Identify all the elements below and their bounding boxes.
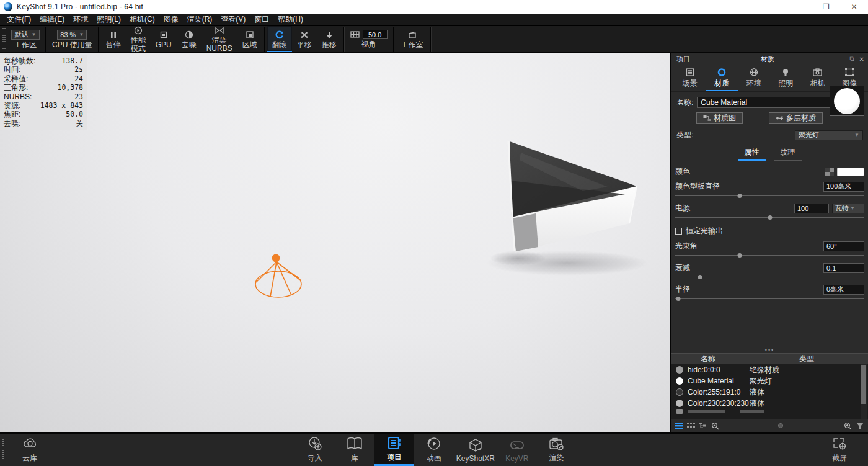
template-diameter-slider[interactable] (675, 193, 864, 199)
dock-item-screenshot[interactable]: 截屏 (820, 434, 859, 466)
dock-item-animation[interactable]: 动画 (414, 434, 454, 466)
3d-viewport[interactable]: 每秒帧数:138.7 时间:2s 采样值:24 三角形:10,378 NURBS… (0, 53, 671, 432)
falloff-field[interactable]: 0.1 (823, 263, 864, 273)
bottom-dock: 云库 导入 库 项目 动画 KeyShotXR (0, 432, 868, 466)
dolly-button[interactable]: 推移 (317, 26, 342, 52)
power-unit-select[interactable]: 瓦特▼ (832, 204, 864, 213)
menu-file[interactable]: 文件(F) (2, 13, 35, 26)
render-stats-overlay: 每秒帧数:138.7 时间:2s 采样值:24 三角形:10,378 NURBS… (0, 55, 87, 130)
beam-angle-field[interactable]: 60° (823, 241, 864, 251)
workspace-select[interactable]: 默认▼ (11, 30, 40, 40)
library-icon (346, 436, 363, 451)
beam-angle-slider[interactable] (675, 253, 864, 258)
dock-item-keyvr[interactable]: KeyVR (497, 434, 537, 466)
studio-button[interactable]: 工作室 (396, 26, 428, 52)
constant-output-checkbox[interactable] (675, 228, 682, 235)
list-scrollbar[interactable] (861, 364, 867, 419)
power-slider[interactable] (675, 215, 864, 220)
chevron-down-icon: ▼ (854, 132, 859, 138)
panel-splitter[interactable]: ••• (671, 347, 868, 353)
prism-model[interactable] (508, 141, 637, 253)
close-button[interactable]: ✕ (840, 0, 868, 14)
denoise-button[interactable]: 去噪 (177, 26, 202, 52)
dock-item-import[interactable]: 导入 (295, 434, 335, 466)
stat-time: 时间:2s (4, 65, 83, 74)
radius-field[interactable]: 0毫米 (823, 285, 864, 295)
dock-item-render[interactable]: 渲染 (537, 434, 577, 466)
tree-view-icon[interactable] (699, 422, 707, 429)
tab-lighting[interactable]: 照明 (770, 66, 802, 91)
float-panel-icon[interactable]: ⧉ (849, 55, 854, 63)
pause-button[interactable]: 暂停 (101, 26, 126, 52)
dock-item-keyshotxr[interactable]: KeyShotXR (454, 434, 497, 466)
menu-camera[interactable]: 相机(C) (125, 13, 159, 26)
falloff-slider[interactable] (675, 274, 864, 280)
spotlight-gizmo[interactable] (255, 254, 301, 298)
material-preview[interactable] (830, 86, 864, 116)
dock-drag-handle[interactable] (2, 439, 4, 460)
table-row[interactable]: hide:0:0:0 绝缘材质 (671, 364, 868, 375)
table-row[interactable]: Cube Material 聚光灯 (671, 375, 868, 387)
dock-item-cloud-library[interactable]: 云库 (10, 434, 50, 466)
region-button[interactable]: 区域 (237, 26, 262, 52)
color-swatch[interactable] (837, 168, 864, 176)
material-type-select[interactable]: 聚光灯▼ (795, 130, 863, 140)
keyvr-icon (508, 437, 526, 452)
filter-icon[interactable] (856, 422, 864, 430)
tab-material[interactable]: 材质 (706, 66, 738, 91)
menu-help[interactable]: 帮助(H) (273, 13, 308, 26)
toolbar-drag-handle[interactable] (2, 28, 6, 50)
tab-scene[interactable]: 场景 (674, 66, 706, 91)
menu-render[interactable]: 渲染(R) (183, 13, 217, 26)
slider-thumb[interactable] (778, 423, 783, 428)
radius-row: 半径 0毫米 (671, 284, 868, 295)
tab-environment[interactable]: 环境 (738, 66, 770, 91)
render-nurbs-button[interactable]: 渲染NURBS (202, 26, 237, 52)
column-header-name[interactable]: 名称 (671, 354, 745, 364)
menu-image[interactable]: 图像 (159, 13, 183, 26)
table-row[interactable]: Color:230:230:230 液体 (671, 398, 868, 409)
scrollbar-thumb[interactable] (861, 365, 866, 404)
image-icon (844, 68, 854, 77)
checker-icon[interactable] (825, 168, 834, 176)
table-row[interactable]: Color:255:191:0 液体 (671, 387, 868, 398)
column-header-type[interactable]: 类型 (745, 354, 868, 364)
dock-item-library[interactable]: 库 (335, 434, 374, 466)
performance-mode-button[interactable]: 性能模式 (126, 26, 151, 52)
pan-button[interactable]: 平移 (292, 26, 317, 52)
menu-environment[interactable]: 环境 (69, 13, 92, 26)
cpu-usage-select[interactable]: 83 %▼ (57, 30, 87, 40)
menu-view[interactable]: 查看(V) (216, 13, 250, 26)
close-panel-icon[interactable]: ✕ (859, 56, 864, 63)
power-field[interactable]: 100 (794, 204, 829, 213)
tab-textures[interactable]: 纹理 (774, 146, 802, 161)
tab-properties[interactable]: 属性 (738, 146, 766, 161)
zoom-out-icon[interactable] (711, 422, 719, 430)
multilayer-material-button[interactable]: 多层材质 (769, 112, 823, 124)
fov-field[interactable]: 50.0 (363, 30, 388, 39)
dock-item-project[interactable]: 项目 (374, 434, 414, 466)
tab-camera[interactable]: 相机 (802, 66, 834, 91)
grid-view-icon[interactable] (687, 422, 695, 429)
zoom-in-icon[interactable] (844, 422, 852, 430)
radius-slider[interactable] (675, 296, 864, 302)
menu-window[interactable]: 窗口 (250, 13, 273, 26)
stat-denoise: 去噪:关 (4, 119, 83, 128)
menu-lighting[interactable]: 照明(L) (92, 13, 125, 26)
toolbar-separator (264, 27, 265, 52)
material-sphere-icon (676, 388, 683, 396)
pause-icon (108, 29, 118, 40)
menu-edit[interactable]: 编辑(E) (35, 13, 69, 26)
template-diameter-field[interactable]: 100毫米 (823, 182, 864, 192)
list-view-icon[interactable] (675, 422, 683, 429)
region-icon (245, 29, 255, 40)
minimize-button[interactable]: — (784, 0, 812, 14)
tumble-button[interactable]: 翻滚 (267, 26, 292, 52)
workspace-group: 默认▼ 工作区 (7, 26, 43, 52)
material-graph-button[interactable]: 材质图 (696, 112, 743, 124)
gpu-button[interactable]: GPU (151, 26, 177, 52)
material-name-input[interactable] (697, 97, 850, 108)
toolbar-separator (430, 27, 432, 52)
thumbnail-size-slider[interactable] (725, 423, 838, 429)
restore-button[interactable]: ❐ (812, 0, 840, 14)
